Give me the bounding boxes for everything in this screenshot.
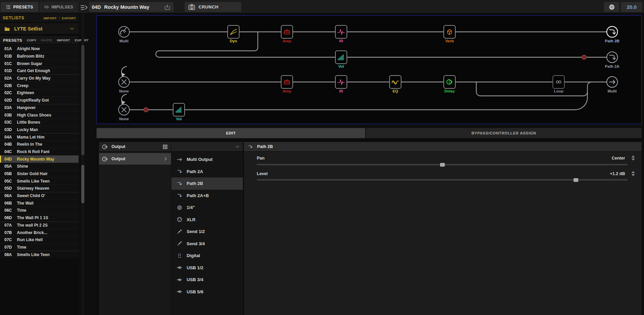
preset-name: The wall Pt 2 2S [17,223,48,228]
preset-row-06C[interactable]: 06C Time [0,207,79,214]
preset-row-03A[interactable]: 03A Hangover [0,104,79,111]
preset-row-01B[interactable]: 01B Ballroom Blitz [0,52,79,60]
gain-dot[interactable] [582,55,586,60]
gain-dot[interactable] [144,108,148,112]
preset-row-05C[interactable]: 05C Smells Like Teen [0,177,79,185]
pan-stepper[interactable] [631,155,636,161]
sidebar-scrollbar-thumb[interactable] [81,45,84,155]
preset-row-02C[interactable]: 02C Eighteen [0,89,79,97]
preset-row-05A[interactable]: 05A Shine [0,163,79,170]
level-value: +1.2 dB [610,171,625,176]
signal-chain-panel: Dyn Amp IR Verb Multi Path 2B Vol Path 2… [97,15,642,124]
preset-name: Cant Get Enough [17,68,50,73]
preset-row-04B[interactable]: 04B Reelin In The [0,141,79,148]
signal-wire [129,92,587,110]
output-option-usb-1-2[interactable]: USB 1/2 [171,262,243,274]
preset-row-03B[interactable]: 03B High Class Shoes [0,111,79,119]
preset-name: Carry On My Way [17,76,50,81]
preset-row-03D[interactable]: 03D Lucky Man [0,126,79,133]
output-option-send-3-4[interactable]: Send 3/4 [171,238,243,250]
level-stepper[interactable] [631,171,636,176]
preset-row-06D[interactable]: 06D The Wall Pt 1 1S [0,214,79,222]
grid-view-icon[interactable] [163,144,168,149]
preset-row-03C[interactable]: 03C Little Bones [0,119,79,126]
setlist-selector[interactable]: LYTE Setlist [0,23,79,35]
output-option-label: XLR [187,217,195,222]
preset-name: Rocky Mountn Way [17,157,54,162]
setlists-header: SETLISTS IMPORT EXPORT [0,14,79,23]
output-tree-header[interactable]: Output [99,142,171,152]
preset-row-01D[interactable]: 01D Cant Get Enough [0,67,79,75]
chain-output-path-2b[interactable] [607,26,618,37]
presets-import-button[interactable]: IMPORT [57,38,70,42]
output-option-path-2a[interactable]: Path 2A [171,166,243,178]
preset-row-01C[interactable]: 01C Brown Sugar [0,60,79,67]
preset-row-07A[interactable]: 07A The wall Pt 2 2S [0,222,79,229]
presets-paste-button[interactable]: PASTE [41,38,52,42]
preset-id: 07C [4,237,17,242]
output-option-digital[interactable]: Digital [171,250,243,262]
output-option-xlr[interactable]: XLR [171,214,243,226]
pan-label: Pan [257,156,265,161]
preset-id: 06C [4,208,17,213]
panel-scrollbar-thumb[interactable] [81,165,84,203]
save-icon[interactable] [164,4,171,10]
current-preset-number: 04D [92,4,101,10]
level-slider-handle[interactable] [574,178,578,182]
chain-output-label: Multi [608,89,617,93]
chain-output-path-2a[interactable] [607,52,618,63]
chain-block-delay[interactable] [444,76,455,88]
chain-block-label: IR [339,89,343,93]
sidebar: SETLISTS IMPORT EXPORT LYTE Setlist PRES… [0,14,79,315]
global-settings-button[interactable] [604,2,619,12]
output-option-usb-5-6[interactable]: USB 5/6 [171,286,243,298]
preset-row-06B[interactable]: 06B The Wall [0,199,79,207]
send-icon [176,240,183,247]
preset-row-02D[interactable]: 02D Erupt/Really Got [0,97,79,104]
output-option-path-2a-b[interactable]: Path 2A+B [171,190,243,202]
jack-icon [176,205,183,211]
current-preset-display[interactable]: 04D Rocky Mountn Way [89,2,173,12]
output-option-usb-3-4[interactable]: USB 3/4 [171,274,243,286]
preset-row-04A[interactable]: 04A Mama Let Him [0,133,79,141]
setlists-export-button[interactable]: EXPORT [62,16,76,20]
snapshot-selector[interactable]: 1 CRUNCH [185,2,241,12]
pan-slider-track[interactable] [257,164,628,165]
preset-row-05B[interactable]: 05B Sister Gold Hair [0,170,79,177]
preset-id: 07B [4,230,17,235]
preset-row-07C[interactable]: 07C Run Like Hell [0,236,79,244]
output-option-send-1-2[interactable]: Send 1/2 [171,226,243,238]
tab-presets[interactable]: PRESETS [1,2,38,12]
tempo-display[interactable]: 20.0 [621,2,642,12]
preset-row-04C[interactable]: 04C Rock N Roll Fant [0,148,79,155]
chain-output-label: Path 2B [605,39,620,43]
presets-copy-button[interactable]: COPY [27,38,36,42]
chain-block-label: EQ [393,89,398,93]
menu-arrow-icon[interactable] [80,4,88,10]
preset-row-02A[interactable]: 02A Carry On My Way [0,75,79,82]
output-option-1-4-[interactable]: 1/4" [171,202,243,214]
preset-name: Sweet Child O' [17,193,45,198]
preset-row-01A[interactable]: 01A Alright Now [0,45,79,52]
chain-block-dyn[interactable] [228,25,239,38]
output-option-path-2b[interactable]: Path 2B [171,177,243,190]
preset-row-08A[interactable]: 08A Smells Like Teen [0,251,79,258]
setlists-import-button[interactable]: IMPORT [43,16,57,20]
tab-bypass-controller-assign[interactable]: BYPASS/CONTROLLER ASSIGN [366,128,642,138]
preset-row-04D[interactable]: 04D Rocky Mountn Way [0,155,79,163]
tab-edit[interactable]: EDIT [97,128,365,138]
output-select-header[interactable] [171,142,243,152]
output-option-multi-output[interactable]: Multi Output [171,153,243,166]
chain-block-eq[interactable] [390,76,401,88]
preset-name: Another Brick... [17,230,47,235]
preset-row-07B[interactable]: 07B Another Brick... [0,229,79,236]
preset-row-05D[interactable]: 05D Stairway Heaven [0,185,79,192]
pan-slider-handle[interactable] [440,163,445,167]
preset-row-06A[interactable]: 06A Sweet Child O' [0,192,79,200]
level-slider-track[interactable] [257,179,628,181]
preset-row-02B[interactable]: 02B Creep [0,82,79,89]
tab-impulses[interactable]: IMPULSES [39,2,78,12]
preset-row-07D[interactable]: 07D Time [0,244,79,251]
output-tree-item-output[interactable]: Output [99,153,171,165]
current-preset-name: Rocky Mountn Way [104,4,164,10]
